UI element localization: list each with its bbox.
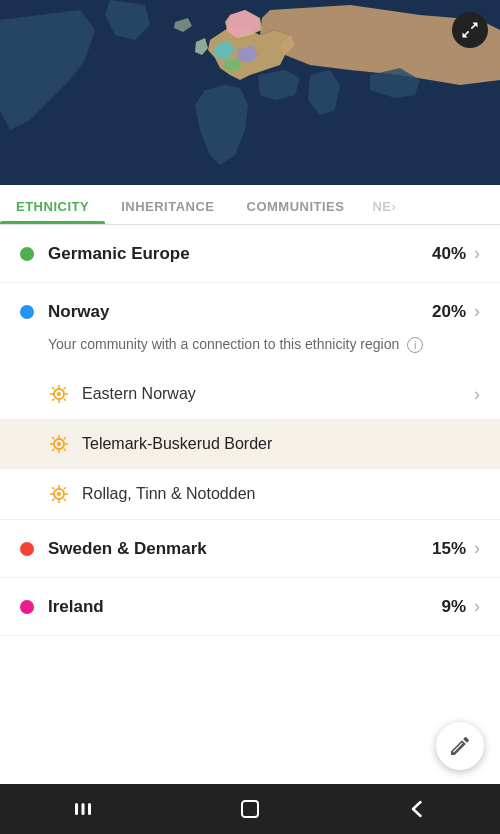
sweden-pct: 15% bbox=[432, 539, 466, 559]
tab-bar: ETHNICITY INHERITANCE COMMUNITIES NE› bbox=[0, 185, 500, 225]
svg-line-17 bbox=[52, 437, 54, 439]
ethnicity-row-sweden[interactable]: Sweden & Denmark 15% › bbox=[0, 520, 500, 578]
nav-home-button[interactable] bbox=[225, 784, 275, 834]
svg-rect-34 bbox=[88, 803, 91, 815]
norway-dot bbox=[20, 305, 34, 319]
svg-line-29 bbox=[64, 487, 66, 489]
sweden-chevron: › bbox=[474, 538, 480, 559]
svg-line-7 bbox=[52, 387, 54, 389]
ireland-dot bbox=[20, 600, 34, 614]
bottom-navigation bbox=[0, 784, 500, 834]
svg-line-10 bbox=[52, 399, 54, 401]
expand-map-button[interactable] bbox=[452, 12, 488, 48]
norway-name: Norway bbox=[48, 302, 432, 322]
germanic-dot bbox=[20, 247, 34, 261]
svg-point-2 bbox=[57, 392, 61, 396]
nav-back-button[interactable] bbox=[392, 784, 442, 834]
tab-new[interactable]: NE› bbox=[360, 185, 408, 224]
svg-line-20 bbox=[52, 449, 54, 451]
svg-line-19 bbox=[64, 437, 66, 439]
svg-rect-33 bbox=[82, 803, 85, 815]
community-sun-icon-eastern bbox=[48, 383, 70, 405]
sweden-name: Sweden & Denmark bbox=[48, 539, 432, 559]
svg-point-12 bbox=[57, 442, 61, 446]
ethnicity-content: Germanic Europe 40% › Norway 20% › Your … bbox=[0, 225, 500, 776]
eastern-norway-label: Eastern Norway bbox=[82, 385, 474, 403]
rollag-label: Rollag, Tinn & Notodden bbox=[82, 485, 480, 503]
sub-community-rollag[interactable]: Rollag, Tinn & Notodden bbox=[0, 469, 500, 519]
map-container bbox=[0, 0, 500, 185]
nav-menu-button[interactable] bbox=[58, 784, 108, 834]
norway-pct: 20% bbox=[432, 302, 466, 322]
svg-line-9 bbox=[64, 387, 66, 389]
tab-ethnicity[interactable]: ETHNICITY bbox=[0, 185, 105, 224]
ethnicity-row-ireland[interactable]: Ireland 9% › bbox=[0, 578, 500, 636]
germanic-name: Germanic Europe bbox=[48, 244, 432, 264]
sub-community-telemark[interactable]: Telemark-Buskerud Border bbox=[0, 419, 500, 469]
community-sun-icon-telemark bbox=[48, 433, 70, 455]
fab-edit-button[interactable] bbox=[436, 722, 484, 770]
svg-line-8 bbox=[64, 399, 66, 401]
community-sun-icon-rollag bbox=[48, 483, 70, 505]
telemark-label: Telemark-Buskerud Border bbox=[82, 435, 480, 453]
tab-communities[interactable]: COMMUNITIES bbox=[231, 185, 361, 224]
eastern-norway-chevron: › bbox=[474, 384, 480, 405]
norway-chevron: › bbox=[474, 301, 480, 322]
ethnicity-row-germanic[interactable]: Germanic Europe 40% › bbox=[0, 225, 500, 283]
norway-row[interactable]: Norway 20% › bbox=[0, 283, 500, 330]
svg-line-28 bbox=[64, 499, 66, 501]
norway-section: Norway 20% › Your community with a conne… bbox=[0, 283, 500, 520]
germanic-pct: 40% bbox=[432, 244, 466, 264]
ireland-chevron: › bbox=[474, 596, 480, 617]
community-info-text: Your community with a connection to this… bbox=[0, 330, 500, 369]
svg-line-18 bbox=[64, 449, 66, 451]
ireland-pct: 9% bbox=[441, 597, 466, 617]
svg-point-22 bbox=[57, 492, 61, 496]
svg-line-27 bbox=[52, 487, 54, 489]
info-icon[interactable]: i bbox=[407, 337, 423, 353]
tab-inheritance[interactable]: INHERITANCE bbox=[105, 185, 230, 224]
svg-line-30 bbox=[52, 499, 54, 501]
sweden-dot bbox=[20, 542, 34, 556]
svg-rect-32 bbox=[75, 803, 78, 815]
sub-community-eastern-norway[interactable]: Eastern Norway › bbox=[0, 369, 500, 419]
germanic-chevron: › bbox=[474, 243, 480, 264]
ireland-name: Ireland bbox=[48, 597, 441, 617]
svg-rect-35 bbox=[242, 801, 258, 817]
